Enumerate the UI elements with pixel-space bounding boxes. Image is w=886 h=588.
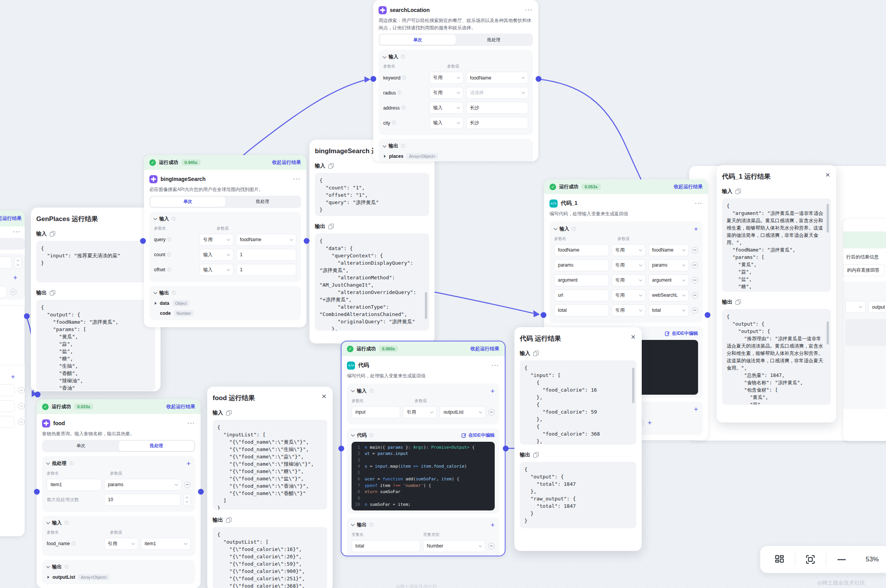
output-var-name-input[interactable]: total <box>352 540 420 552</box>
right-stub-value[interactable]: output <box>868 301 886 313</box>
edit-in-ide-link[interactable]: 在IDE中编辑 <box>665 330 698 337</box>
add-output-button[interactable]: + <box>490 521 495 529</box>
node-code[interactable]: ✓ 运行成功 0.060s 收起运行结果 </> 代码 ··· 编写代码，处理输… <box>341 341 506 556</box>
param-type-select[interactable]: 引用 <box>429 72 463 84</box>
left-stub-box[interactable] <box>0 305 25 365</box>
more-menu-icon[interactable]: ··· <box>525 7 533 13</box>
fit-view-button[interactable] <box>795 546 826 573</box>
output-var-type-select[interactable]: Number <box>423 540 485 552</box>
tab-batch[interactable]: 批处理 <box>119 441 194 451</box>
param-value-select[interactable]: foodName <box>466 72 528 84</box>
quantity-stepper[interactable] <box>183 494 191 506</box>
mode-tabs[interactable]: 单次 批处理 <box>379 34 533 46</box>
code-input-json[interactable]: { "input": [ { "food_calorie": 16 }, { "… <box>520 360 636 444</box>
remove-row-button[interactable] <box>488 409 495 416</box>
close-icon[interactable]: × <box>825 171 830 179</box>
remove-row-button[interactable] <box>18 387 25 394</box>
param-name-input[interactable]: item1 <box>47 479 101 491</box>
node-left-partial[interactable]: 起运行结果 ··· + + <box>0 210 25 536</box>
param-name-input[interactable]: url <box>554 289 609 301</box>
copy-icon[interactable] <box>533 452 538 458</box>
scrollbar[interactable] <box>425 292 427 319</box>
param-value-input[interactable]: 长沙 <box>466 102 528 114</box>
add-param-button[interactable]: + <box>490 387 495 395</box>
code-editor[interactable]: 1n main({ params }: Args): Promise<Outpu… <box>352 442 495 510</box>
port-food-out[interactable] <box>198 489 204 495</box>
param-value-select[interactable]: argument <box>648 274 689 286</box>
param-type-select[interactable]: 引用 <box>612 259 646 271</box>
scrollbar[interactable] <box>827 204 829 233</box>
scrollbar[interactable] <box>827 321 829 345</box>
copy-icon[interactable] <box>533 351 538 356</box>
left-stub-input[interactable] <box>0 257 12 269</box>
code-output-json[interactable]: { "output": { "total": 1847 }, "raw_outp… <box>520 462 636 528</box>
bis-input-json[interactable]: { "count": "1", "offset": "1", "query": … <box>315 173 429 216</box>
port-food-in[interactable] <box>34 489 40 495</box>
remove-row-button[interactable] <box>10 289 17 295</box>
copy-icon[interactable] <box>328 224 333 229</box>
remove-row-button[interactable] <box>692 262 698 269</box>
layout-grid-button[interactable] <box>764 546 795 573</box>
more-menu-icon[interactable]: ··· <box>695 200 703 206</box>
port-bingimagesearch-out[interactable] <box>304 238 309 244</box>
add-output-button[interactable]: + <box>694 406 698 413</box>
output-row[interactable]: codeNumber <box>154 310 296 316</box>
copy-icon[interactable] <box>736 189 740 194</box>
param-value-select[interactable]: foodName <box>236 234 296 246</box>
more-menu-icon[interactable]: ··· <box>13 229 21 235</box>
param-type-select[interactable]: 输入 <box>200 249 233 261</box>
param-type-select[interactable]: 输入 <box>429 117 463 129</box>
copy-icon[interactable] <box>736 299 740 305</box>
remove-row-button[interactable] <box>692 277 698 284</box>
param-type-select[interactable]: 引用 <box>429 87 463 99</box>
tab-single[interactable]: 单次 <box>150 197 225 207</box>
param-type-select[interactable]: 输入 <box>429 102 463 114</box>
tab-single[interactable]: 单次 <box>380 35 456 45</box>
add-param-button[interactable]: + <box>13 274 17 281</box>
left-stub-cell[interactable] <box>0 286 7 298</box>
param-value-select[interactable]: 请选择 <box>466 87 528 99</box>
remove-row-button[interactable] <box>692 247 698 253</box>
tab-batch[interactable]: 批处理 <box>225 197 300 207</box>
param-value-select[interactable]: outputList <box>440 406 485 418</box>
add-row-button[interactable]: + <box>648 419 652 426</box>
param-value-select[interactable]: webSearchL <box>648 289 689 301</box>
remove-row-button[interactable] <box>184 482 191 488</box>
tab-single[interactable]: 单次 <box>43 441 119 451</box>
code1-output-json[interactable]: { "output": { "output": { "推荐理由": "凉拌黄瓜是… <box>722 309 831 405</box>
food-output-json[interactable]: { "outputList": [ "{\"food_calorie\":16}… <box>213 527 327 588</box>
add-param-button[interactable]: + <box>694 225 698 233</box>
param-type-select[interactable]: 引用 <box>612 289 646 301</box>
param-value-select[interactable]: item1 <box>141 538 191 550</box>
genplaces-output-json[interactable]: { "output": { "foodName": "凉拌黄瓜", "param… <box>36 300 155 391</box>
copy-icon[interactable] <box>328 163 333 169</box>
port-searchlocation-out[interactable] <box>536 76 541 82</box>
right-stub-select[interactable] <box>845 301 866 313</box>
param-type-select[interactable]: 引用 <box>200 234 233 246</box>
remove-row-button[interactable] <box>488 543 495 549</box>
genplaces-input-json[interactable]: { "input": "推荐夏天清淡的菜" } <box>36 241 155 282</box>
param-name-input[interactable]: foodName <box>554 244 609 256</box>
param-type-select[interactable]: 引用 <box>104 538 138 550</box>
workflow-canvas[interactable]: GenPlaces 运行结果 输入 { "input": "推荐夏天清淡的菜" … <box>0 0 886 588</box>
add-param-button[interactable]: + <box>186 460 191 467</box>
mode-tabs[interactable]: 单次 批处理 <box>149 196 301 208</box>
mode-tabs[interactable]: 单次 批处理 <box>42 440 195 452</box>
remove-row-button[interactable] <box>692 307 698 314</box>
node-searchlocation[interactable]: searchLocation ··· 周边搜索：用户可以轻松搜索附近的餐厅、娱乐… <box>373 0 538 161</box>
param-name-input[interactable]: argument <box>554 274 609 286</box>
remove-row-button[interactable] <box>692 292 698 299</box>
remove-row-button[interactable] <box>18 403 25 409</box>
copy-icon[interactable] <box>226 517 231 523</box>
param-value-select[interactable]: foodName <box>648 244 689 256</box>
param-value-select[interactable]: total <box>648 304 689 316</box>
param-name-input[interactable]: params <box>554 259 609 271</box>
collapse-results-link[interactable]: 收起运行结果 <box>272 159 301 166</box>
quantity-stepper[interactable] <box>14 257 22 269</box>
output-row[interactable]: outputListArray<Object> <box>47 574 191 580</box>
port-code1-out[interactable] <box>705 312 710 318</box>
param-value-select[interactable]: params <box>104 479 181 491</box>
edit-in-ide-link[interactable]: 在IDE中编辑 <box>462 432 495 439</box>
port-code-in[interactable] <box>338 446 344 451</box>
param-type-select[interactable]: 引用 <box>612 304 646 316</box>
